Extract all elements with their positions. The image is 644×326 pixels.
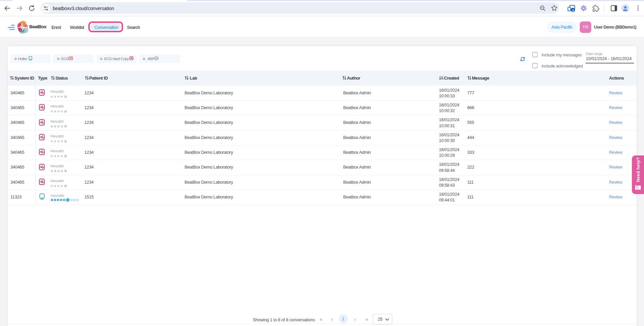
- svg-text:3: 3: [572, 9, 574, 12]
